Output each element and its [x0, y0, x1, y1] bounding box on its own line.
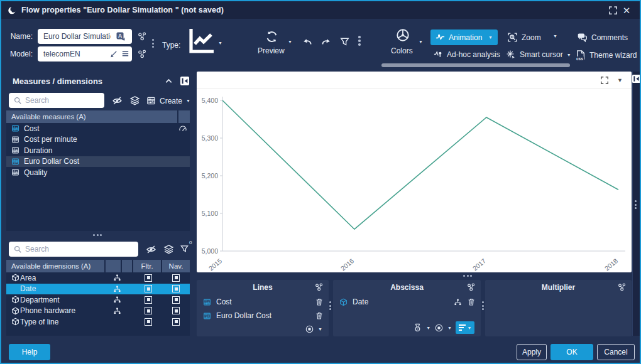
bins-splitter-handle[interactable] [463, 275, 472, 277]
measure-row-cost-per-minute[interactable]: Cost per minute [6, 134, 190, 146]
chart-type-button[interactable]: ▼ [187, 28, 222, 54]
toolbar-splitter-handle[interactable] [152, 39, 154, 48]
trash-icon[interactable] [315, 311, 324, 320]
undo-icon[interactable] [302, 36, 313, 50]
toolbar-horizontal-scrollbar[interactable] [381, 63, 570, 67]
adhoc-analysis-button[interactable]: Ad-hoc analysis [434, 50, 500, 59]
expand-panel-right-icon[interactable] [632, 74, 641, 83]
chart-menu-caret-icon[interactable]: ▼ [617, 77, 623, 83]
toolbar-more-menu-icon[interactable] [358, 36, 361, 46]
panel-splitter-handle[interactable] [93, 234, 102, 236]
collapse-chevron-up-icon[interactable] [164, 77, 173, 86]
lines-options-caret-icon[interactable]: ▼ [318, 327, 322, 331]
nav-checkbox[interactable] [172, 307, 180, 314]
theme-wizard-label: Theme wizard [589, 51, 637, 60]
model-settings-gears-icon[interactable] [137, 49, 147, 61]
sort-button[interactable]: ▼ [456, 321, 474, 334]
colors-label[interactable]: Colors [391, 46, 413, 55]
name-settings-gears-icon[interactable] [137, 31, 147, 43]
dimensions-header-label: Available dimensions (A) [6, 260, 104, 272]
create-measure-button[interactable]: Create ▼ [146, 96, 190, 105]
measure-abacus-icon [11, 146, 24, 154]
circled-square-icon[interactable] [434, 323, 444, 333]
measure-row-duration[interactable]: Duration [6, 145, 190, 156]
help-button[interactable]: Help [9, 344, 50, 360]
title-bar: Flow properties "Euro Dollar Simulation … [1, 1, 640, 19]
translate-icon[interactable] [116, 31, 126, 41]
trash-icon[interactable] [315, 297, 324, 306]
chart-right-splitter-handle[interactable] [635, 200, 637, 209]
hide-measures-eye-off-icon[interactable] [112, 95, 123, 108]
hierarchy-icon[interactable] [454, 298, 462, 306]
hierarchy-icon[interactable] [109, 296, 124, 304]
layers-icon[interactable] [129, 95, 140, 108]
zoom-caret-icon[interactable]: ▼ [553, 34, 557, 38]
fltr-checkbox[interactable] [145, 307, 152, 314]
dimension-row-department[interactable]: Department [6, 294, 190, 306]
fltr-checkbox[interactable] [145, 285, 152, 292]
dimension-row-phone-hardware[interactable]: Phone hardware [6, 306, 190, 317]
bin-splitter-handle[interactable] [482, 301, 484, 310]
dimension-filter-icon[interactable]: 0 [180, 244, 192, 255]
colors-wheel-icon[interactable] [395, 28, 410, 45]
close-icon[interactable]: ✕ [620, 3, 633, 17]
trash-icon[interactable] [467, 297, 476, 306]
abscissa-item-date[interactable]: Date [333, 295, 481, 309]
measure-row-cost[interactable]: Cost [6, 123, 190, 134]
bin-splitter-handle[interactable] [329, 301, 331, 310]
circled-square-icon[interactable] [305, 324, 314, 334]
nav-column-header: Nav. [162, 260, 190, 272]
zoom-frame-icon [507, 32, 518, 43]
hierarchy-icon[interactable] [109, 307, 124, 315]
lines-item-cost[interactable]: Cost [197, 295, 329, 309]
multiplier-settings-gears-icon[interactable] [617, 282, 627, 292]
model-list-icon[interactable] [121, 49, 130, 58]
chart-fullscreen-icon[interactable] [600, 76, 609, 85]
comments-button[interactable]: Comments [577, 32, 628, 43]
apply-button[interactable]: Apply [517, 344, 547, 360]
dimension-row-type-of-line[interactable]: Type of line [6, 316, 190, 328]
cancel-button[interactable]: Cancel [597, 344, 635, 360]
nav-checkbox[interactable] [172, 296, 180, 304]
preview-caret-icon[interactable]: ▼ [288, 40, 292, 44]
nav-checkbox[interactable] [172, 318, 180, 326]
dimension-row-date[interactable]: Date [6, 284, 190, 295]
dimension-row-area[interactable]: Area [6, 272, 190, 284]
abscissa-settings-gears-icon[interactable] [466, 282, 476, 292]
measures-search-input[interactable] [9, 93, 104, 108]
hide-dimensions-eye-off-icon[interactable] [146, 244, 156, 257]
colors-caret-icon[interactable]: ▼ [419, 40, 423, 44]
ranking-caret-icon[interactable]: ▼ [426, 326, 430, 330]
sort-caret-icon: ▼ [468, 326, 472, 330]
line-chart-svg: 5,0005,1005,2005,3005,400201520162017201… [197, 89, 632, 272]
animation-button[interactable]: Animation ▼ [430, 29, 498, 45]
lines-item-euro-dollar-cost[interactable]: Euro Dollar Cost [197, 309, 329, 323]
dimensions-search-input[interactable] [9, 242, 138, 257]
hierarchy-icon[interactable] [109, 274, 124, 282]
fullscreen-icon[interactable] [606, 3, 620, 17]
preview-refresh-icon[interactable] [265, 30, 278, 45]
hierarchy-icon[interactable] [109, 285, 124, 293]
fltr-checkbox[interactable] [145, 318, 152, 326]
ranking-medal-icon[interactable] [413, 323, 422, 333]
filter-icon[interactable] [339, 36, 350, 49]
display-caret-icon[interactable]: ▼ [447, 326, 452, 330]
smart-cursor-button[interactable]: Smart cursor ▼ [506, 50, 571, 60]
edit-model-icon[interactable] [109, 49, 119, 58]
fltr-checkbox[interactable] [145, 296, 152, 304]
nav-checkbox[interactable] [172, 285, 180, 292]
measure-row-euro-dollar-cost[interactable]: Euro Dollar Cost [6, 156, 190, 168]
zoom-button[interactable]: Zoom [507, 32, 541, 43]
collapse-panel-left-icon[interactable] [180, 76, 190, 86]
animation-caret-icon: ▼ [488, 35, 493, 40]
redo-icon[interactable] [320, 36, 332, 50]
fltr-checkbox[interactable] [145, 274, 152, 282]
lines-settings-gears-icon[interactable] [314, 282, 324, 292]
theme-wizard-button[interactable]: css Theme wizard [575, 50, 637, 60]
nav-checkbox[interactable] [172, 274, 180, 282]
preview-label[interactable]: Preview [258, 46, 285, 55]
layers-icon[interactable] [163, 244, 174, 257]
measure-row-quality[interactable]: Quality [6, 167, 190, 178]
ok-button[interactable]: OK [551, 344, 593, 360]
comments-icon [577, 32, 588, 43]
